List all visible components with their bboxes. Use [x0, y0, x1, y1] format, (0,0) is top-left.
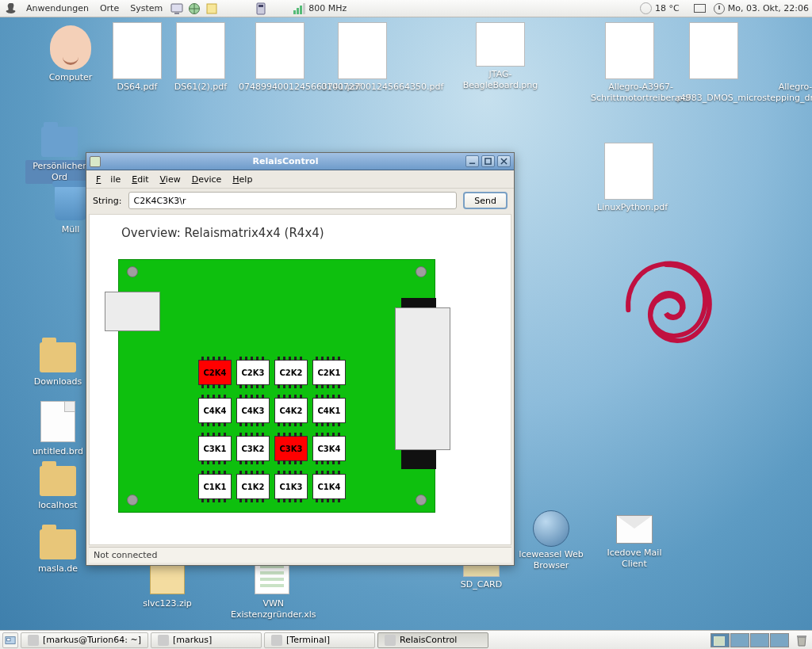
desktop-label: untitled.brd: [30, 445, 86, 458]
show-desktop-button[interactable]: [2, 632, 18, 648]
task-button[interactable]: [Terminal]: [264, 632, 375, 648]
relay-C4K4[interactable]: C4K4: [198, 398, 232, 423]
app-icon: [90, 156, 101, 167]
relay-C4K1[interactable]: C4K1: [312, 398, 346, 423]
relay-C3K4[interactable]: C3K4: [312, 436, 346, 461]
relay-C2K4[interactable]: C2K4: [198, 360, 232, 385]
menu-places[interactable]: Orte: [94, 3, 124, 13]
desktop-label: Computer: [47, 71, 95, 84]
status-text: Not connected: [94, 550, 157, 560]
send-button[interactable]: Send: [463, 192, 508, 209]
relay-C3K1[interactable]: C3K1: [198, 436, 232, 461]
task-button[interactable]: RelaisControl: [377, 632, 488, 648]
desktop-icon-ds61[interactable]: DS61(2).pdf: [167, 22, 235, 94]
mail-icon: [616, 515, 653, 544]
calculator-icon[interactable]: [255, 2, 267, 15]
svg-rect-9: [797, 636, 806, 637]
desktop-label: localhost: [36, 499, 79, 512]
relay-C4K3[interactable]: C4K3: [236, 398, 270, 423]
desktop-icon-pdf1[interactable]: 0748994001245663741.pdf: [236, 22, 324, 94]
desktop-icon-pdf2[interactable]: 0100727001245664350.pdf: [319, 22, 406, 94]
relay-C2K3[interactable]: C2K3: [236, 360, 270, 385]
relay-C3K2[interactable]: C3K2: [236, 436, 270, 461]
relay-C2K2[interactable]: C2K2: [274, 360, 308, 385]
desktop-label: Müll: [59, 223, 82, 236]
connector-right: [395, 307, 450, 450]
png-thumb-icon: [476, 22, 525, 67]
task-button[interactable]: [markus]: [151, 632, 262, 648]
desktop-icon-ds64[interactable]: DS64.pdf: [103, 22, 171, 94]
clock-icon: [714, 3, 725, 14]
network-icon[interactable]: [694, 4, 706, 13]
workspace-pager[interactable]: [710, 633, 789, 647]
note-icon[interactable]: [205, 2, 218, 15]
menu-applications[interactable]: Anwendungen: [21, 3, 94, 13]
relay-grid: C2K4C2K3C2K2C2K1C4K4C4K3C4K2C4K1C3K1C3K2…: [198, 353, 349, 504]
overview-canvas: Overview: Relaismatrix4x4 (R4x4) C2K4C2K…: [89, 214, 511, 545]
mount-hole-icon: [127, 266, 138, 277]
desktop-icon-allegro1[interactable]: Allegro-A3967-Schrittmotortreiber.pdf: [588, 22, 671, 105]
workspace-4[interactable]: [770, 633, 789, 647]
desktop-icon-downloads[interactable]: Downloads: [24, 338, 92, 388]
desktop-icon-localhost[interactable]: localhost: [24, 461, 92, 512]
relay-C1K2[interactable]: C1K2: [236, 474, 270, 499]
menu-view[interactable]: View: [155, 173, 186, 186]
globe-icon[interactable]: [188, 2, 201, 15]
workspace-2[interactable]: [730, 633, 749, 647]
relay-C4K2[interactable]: C4K2: [274, 398, 308, 423]
menu-help[interactable]: Help: [228, 173, 257, 186]
folder-icon: [41, 127, 78, 157]
window-titlebar[interactable]: RelaisControl: [86, 153, 514, 170]
datetime-label[interactable]: Mo, 03. Okt, 22:06: [728, 3, 809, 13]
task-icon: [385, 635, 396, 646]
workspace-1[interactable]: [710, 633, 730, 647]
task-button[interactable]: [markus@Turion64: ~]: [21, 632, 148, 648]
window-minimize-button[interactable]: [465, 155, 479, 167]
desktop-label: Allegro-a4983_DMOS_microstepping_driver_…: [672, 81, 812, 105]
app-window-relaiscontrol: RelaisControl File Edit View Device Help…: [86, 152, 515, 566]
menu-file[interactable]: File: [91, 173, 125, 186]
svg-rect-1: [174, 13, 179, 14]
desktop-label: Iceweasel Web Browser: [515, 548, 587, 572]
mount-hole-icon: [127, 494, 138, 506]
globe-icon: [533, 510, 569, 547]
desktop-icon-icedove[interactable]: Icedove Mail Client: [595, 509, 674, 571]
desktop-icon-jtag[interactable]: JTAG-BeagleBoard.png: [457, 22, 544, 92]
svg-rect-0: [171, 4, 182, 12]
desktop-label: Downloads: [32, 376, 84, 388]
pdf-thumb-icon: [255, 22, 304, 79]
task-label: [Terminal]: [286, 635, 330, 645]
cpu-freq-label[interactable]: 800 MHz: [308, 3, 347, 13]
desktop-icon-computer[interactable]: Computer: [36, 25, 105, 84]
desktop[interactable]: Computer Persönlicher Ord Müll Downloads…: [0, 17, 812, 630]
menu-edit[interactable]: Edit: [127, 173, 153, 186]
monitor-icon[interactable]: [170, 2, 183, 15]
window-close-button[interactable]: [497, 155, 511, 167]
mount-hole-icon: [416, 494, 427, 506]
trash-icon: [55, 185, 86, 220]
relay-C2K1[interactable]: C2K1: [312, 360, 346, 385]
svg-rect-6: [485, 158, 491, 164]
folder-icon: [40, 466, 76, 496]
window-maximize-button[interactable]: [481, 155, 495, 167]
relay-C3K3[interactable]: C3K3: [274, 436, 308, 461]
relay-C1K3[interactable]: C1K3: [274, 474, 308, 499]
menu-device[interactable]: Device: [187, 173, 227, 186]
relay-C1K1[interactable]: C1K1: [198, 474, 232, 499]
menu-system[interactable]: System: [124, 3, 168, 13]
desktop-icon-untitled[interactable]: untitled.brd: [24, 398, 92, 458]
desktop-label: SD_CARD: [458, 578, 504, 591]
desktop-icon-allegro2[interactable]: Allegro-a4983_DMOS_microstepping_driver_…: [672, 22, 755, 105]
desktop-icon-iceweasel[interactable]: Iceweasel Web Browser: [515, 509, 587, 572]
bottom-panel: [markus@Turion64: ~][markus][Terminal]Re…: [0, 630, 812, 649]
weather-label[interactable]: 18 °C: [655, 3, 680, 13]
desktop-icon-linuxpy[interactable]: LinuxPython.pdf: [595, 143, 663, 214]
desktop-label: VWN Existenzgründer.xls: [228, 597, 319, 621]
workspace-3[interactable]: [750, 633, 769, 647]
panel-trash-icon[interactable]: [794, 632, 810, 648]
string-input[interactable]: [128, 192, 458, 209]
desktop-icon-home[interactable]: Persönlicher Ord: [25, 122, 94, 184]
desktop-icon-masla[interactable]: masla.de: [24, 525, 92, 575]
task-icon: [271, 635, 282, 646]
relay-C1K4[interactable]: C1K4: [312, 474, 346, 499]
